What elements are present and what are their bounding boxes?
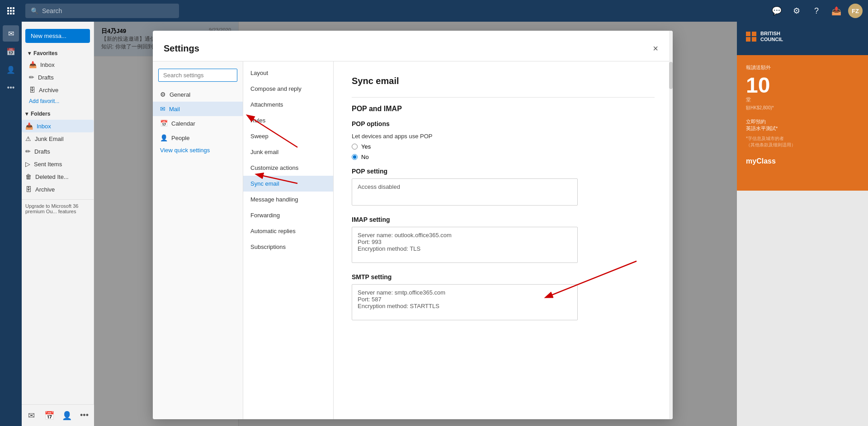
svg-rect-7	[10, 13, 12, 14]
settings-scrollbar-thumb	[669, 62, 673, 89]
settings-mid-sync[interactable]: Sync email	[243, 176, 333, 192]
search-icon: 🔍	[31, 7, 38, 14]
top-bar: 🔍 💬 ⚙ ? 📤 FZ	[0, 0, 868, 22]
settings-mid-rules[interactable]: Rules	[243, 112, 333, 128]
new-message-button[interactable]: New messa...	[25, 29, 90, 43]
waffle-icon[interactable]	[0, 7, 22, 14]
settings-header: Settings ×	[153, 31, 673, 61]
settings-scrollbar[interactable]	[669, 61, 673, 419]
general-icon: ⚙	[160, 91, 166, 98]
send-receive-icon[interactable]: 📤	[828, 3, 844, 19]
settings-mid-layout[interactable]: Layout	[243, 65, 333, 81]
settings-search-container	[158, 69, 237, 82]
settings-mid-subscriptions[interactable]: Subscriptions	[243, 239, 333, 255]
imap-setting-label: IMAP setting	[352, 216, 655, 223]
nav-archive-favorites[interactable]: 🗄 Archive	[25, 84, 90, 96]
drafts-icon: ✏	[29, 74, 34, 81]
settings-nav-left: ⚙ General ✉ Mail 📅 Calendar 👤 People	[153, 61, 243, 419]
content-area: 9/23/2020 日4乃J49 【新的投递邀请】通信实... 知识: 你做了一…	[94, 22, 737, 426]
settings-page-title: Sync email	[352, 76, 655, 86]
nav-drafts-favorites[interactable]: ✏ Drafts	[25, 71, 90, 84]
orange-ad: 報讀送額外 10 堂 額HK$2,800)* 立即預約英語水平測試* *字信息及…	[737, 55, 868, 191]
settings-icon[interactable]: ⚙	[788, 3, 805, 19]
nav-panel: New messa... ▾ Favorites 📥 Inbox ✏ Draft…	[22, 22, 94, 426]
pop-imap-section-title: POP and IMAP	[352, 105, 655, 113]
settings-close-button[interactable]: ×	[649, 42, 662, 56]
settings-mid-junk[interactable]: Junk email	[243, 144, 333, 160]
settings-nav-mail[interactable]: ✉ Mail	[153, 102, 243, 116]
add-favorite-link[interactable]: Add favorit...	[25, 96, 90, 106]
settings-mid-forwarding[interactable]: Forwarding	[243, 207, 333, 223]
mail-icon[interactable]: ✉	[3, 25, 19, 42]
chevron-down-icon: ▾	[28, 50, 31, 56]
archive2-icon: 🗄	[25, 186, 32, 193]
help-icon[interactable]: ?	[808, 3, 825, 19]
settings-search-input[interactable]	[158, 69, 237, 82]
calendar-nav-icon: 📅	[160, 120, 168, 127]
nav-junk-email[interactable]: ⚠ Junk Email	[22, 132, 94, 145]
svg-rect-4	[10, 10, 12, 12]
bottom-mail-icon[interactable]: ✉	[25, 411, 38, 421]
svg-rect-2	[13, 7, 14, 9]
svg-rect-6	[7, 13, 9, 14]
avatar[interactable]: FZ	[848, 4, 863, 18]
pop-no-option[interactable]: No	[352, 154, 655, 160]
nav-drafts[interactable]: ✏ Drafts	[22, 145, 94, 158]
inbox-icon: 📥	[25, 122, 33, 130]
bottom-nav: ✉ 📅 👤 •••	[22, 404, 94, 426]
nav-inbox-favorites[interactable]: 📥 Inbox	[25, 58, 90, 71]
chevron-down-folders-icon: ▾	[25, 111, 28, 117]
settings-panel: Settings × ⚙ General ✉ Mail	[153, 31, 673, 419]
more-icon[interactable]: •••	[3, 80, 19, 96]
bottom-contacts-icon[interactable]: 👤	[61, 411, 73, 421]
inbox-fav-icon: 📥	[29, 61, 37, 68]
bottom-more-icon[interactable]: •••	[78, 411, 90, 420]
settings-mid-attachments[interactable]: Attachments	[243, 97, 333, 112]
settings-mid-auto-replies[interactable]: Automatic replies	[243, 223, 333, 239]
nav-archive[interactable]: 🗄 Archive	[22, 183, 94, 196]
settings-nav-people[interactable]: 👤 People	[153, 131, 243, 145]
smtp-setting-textbox[interactable]	[352, 284, 578, 320]
deleted-icon: 🗑	[25, 173, 32, 180]
settings-title: Settings	[164, 43, 199, 54]
settings-mid-sweep[interactable]: Sweep	[243, 128, 333, 144]
settings-nav-mid: Layout Compose and reply Attachments Rul…	[243, 61, 334, 419]
contacts-icon[interactable]: 👤	[3, 61, 19, 78]
search-input[interactable]	[42, 7, 160, 14]
imap-setting-textbox[interactable]	[352, 227, 578, 263]
pop-devices-label: Let devices and apps use POP	[352, 133, 655, 140]
settings-mid-customize[interactable]: Customize actions	[243, 160, 333, 176]
settings-mid-message-handling[interactable]: Message handling	[243, 192, 333, 207]
archive-icon: 🗄	[29, 86, 35, 94]
pop-yes-option[interactable]: Yes	[352, 143, 655, 150]
folders-header[interactable]: ▾ Folders	[22, 108, 94, 120]
svg-rect-5	[13, 10, 14, 12]
ad-panel: BRITISHCOUNCIL 報讀送額外 10 堂 額HK$2,800)* 立即…	[737, 22, 868, 426]
pop-radio-group: Yes No	[352, 143, 655, 160]
svg-rect-8	[13, 13, 14, 14]
people-nav-icon: 👤	[160, 134, 168, 141]
pop-no-radio[interactable]	[352, 154, 358, 160]
pop-yes-radio[interactable]	[352, 144, 358, 150]
settings-nav-general[interactable]: ⚙ General	[153, 87, 243, 102]
settings-mid-compose[interactable]: Compose and reply	[243, 81, 333, 97]
bottom-calendar-icon[interactable]: 📅	[43, 411, 55, 421]
feedback-icon[interactable]: 💬	[769, 3, 785, 19]
calendar-icon[interactable]: 📅	[3, 43, 19, 60]
svg-rect-0	[7, 7, 9, 9]
smtp-setting-label: SMTP setting	[352, 273, 655, 281]
nav-inbox[interactable]: 📥 Inbox	[22, 120, 94, 132]
search-bar[interactable]: 🔍	[25, 4, 179, 18]
favorites-header[interactable]: ▾ Favorites	[25, 48, 90, 58]
nav-deleted[interactable]: 🗑 Deleted Ite...	[22, 170, 94, 183]
top-bar-actions: 💬 ⚙ ? 📤 FZ	[769, 3, 868, 19]
sent-icon: ▷	[25, 160, 30, 168]
view-quick-settings-link[interactable]: View quick settings	[153, 145, 243, 155]
upgrade-notice: Upgrade to Microsoft 36 premium Ou... fe…	[22, 199, 94, 218]
pop-setting-textbox[interactable]: Access disabled	[352, 178, 578, 206]
divider-1	[352, 97, 655, 98]
icon-rail: ✉ 📅 👤 •••	[0, 22, 22, 426]
nav-sent-items[interactable]: ▷ Sent Items	[22, 158, 94, 170]
settings-nav-calendar[interactable]: 📅 Calendar	[153, 116, 243, 131]
svg-rect-3	[7, 10, 9, 12]
